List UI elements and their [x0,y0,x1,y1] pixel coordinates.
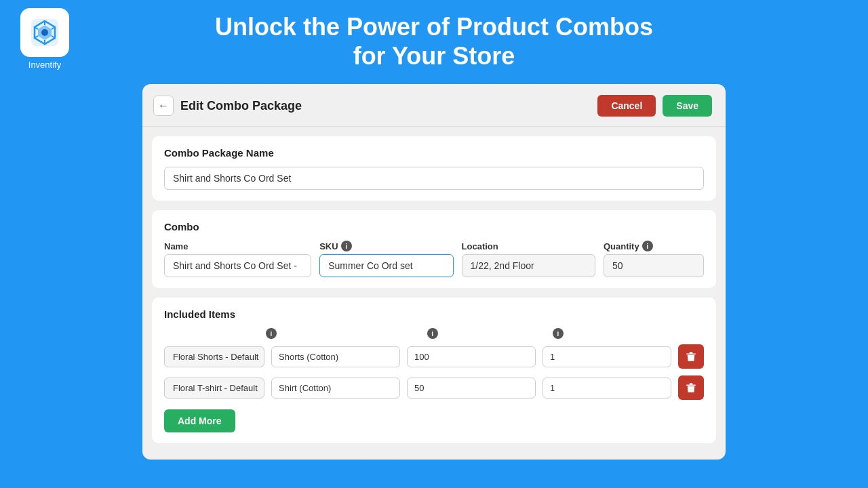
top-bar-left: ← Edit Combo Package [153,96,302,116]
item-row: Floral T-shirt - Default [164,375,704,400]
logo-container: Inventify [20,8,69,70]
header-title: Unlock the Power of Product Combos for Y… [215,12,653,70]
items-qty-info-icon[interactable]: i [553,328,564,339]
combo-sku-label: SKU i [319,241,453,251]
cancel-button[interactable]: Cancel [597,95,656,117]
included-items-title: Included Items [164,308,704,320]
combo-sku-input[interactable] [319,254,453,277]
combo-package-section-title: Combo Package Name [164,147,704,159]
combo-location-label: Location [462,241,595,251]
combo-package-section: Combo Package Name [152,136,716,201]
items-columns-header: i i i [164,328,704,339]
combo-section: Combo Name SKU i Location Quantity i [152,210,716,288]
combo-location-col: Location [462,241,595,277]
combo-section-title: Combo [164,221,704,232]
combo-quantity-label: Quantity i [604,241,704,251]
combo-name-label: Name [164,241,311,251]
combo-package-name-input[interactable] [164,167,704,190]
item-delete-btn-2[interactable] [678,375,704,400]
back-button[interactable]: ← [153,96,174,116]
top-bar-actions: Cancel Save [597,95,712,117]
combo-quantity-input[interactable] [604,254,704,277]
top-bar: ← Edit Combo Package Cancel Save [142,84,726,127]
combo-name-input[interactable] [164,254,311,277]
combo-location-input[interactable] [462,254,595,277]
material-info-icon[interactable]: i [266,328,277,339]
item-qty-input-2[interactable] [542,378,671,399]
items-col-price: i [427,328,546,339]
trash-icon [685,350,697,363]
combo-name-col: Name [164,241,311,277]
price-info-icon[interactable]: i [427,328,438,339]
item-qty-input-1[interactable] [542,346,671,367]
header: Inventify Unlock the Power of Product Co… [0,0,868,81]
items-col-material: i [266,328,420,339]
page-title: Edit Combo Package [180,99,302,113]
combo-sku-col: SKU i [319,241,453,277]
item-price-input-1[interactable] [407,346,536,367]
combo-row: Name SKU i Location Quantity i [164,241,704,277]
included-items-section: Included Items i i i Floral Shorts - Def… [152,298,716,443]
item-variant-btn-1[interactable]: Floral Shorts - Default [164,346,264,367]
item-price-input-2[interactable] [407,378,536,399]
combo-quantity-col: Quantity i [604,241,704,277]
main-card: ← Edit Combo Package Cancel Save Combo P… [142,84,726,460]
app-name: Inventify [28,60,61,70]
item-material-input-2[interactable] [271,378,400,399]
item-row: Floral Shorts - Default [164,344,704,369]
item-delete-btn-1[interactable] [678,344,704,369]
save-button[interactable]: Save [663,95,712,117]
item-variant-btn-2[interactable]: Floral T-shirt - Default [164,378,264,399]
qty-info-icon[interactable]: i [642,241,653,251]
app-logo-icon [28,16,62,49]
trash-icon [685,382,697,394]
svg-point-3 [41,29,48,36]
sku-info-icon[interactable]: i [341,241,352,251]
item-material-input-1[interactable] [271,346,400,367]
add-more-button[interactable]: Add More [164,409,235,432]
items-col-qty: i [553,328,671,339]
logo-box [20,8,69,57]
